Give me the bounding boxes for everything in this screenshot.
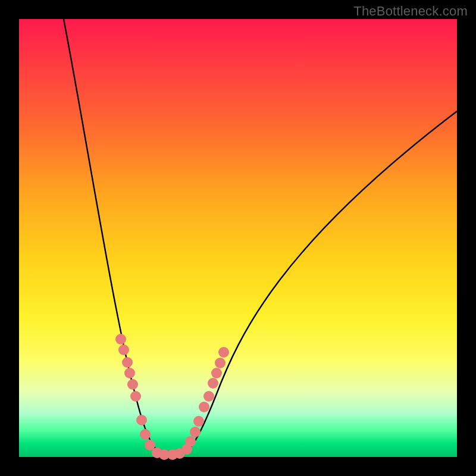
data-marker xyxy=(122,357,133,368)
data-marker xyxy=(193,416,204,427)
bottleneck-curve xyxy=(64,19,457,456)
data-marker xyxy=(208,378,218,389)
data-marker xyxy=(124,368,135,378)
data-marker xyxy=(185,436,196,447)
data-marker xyxy=(211,368,222,378)
data-marker xyxy=(136,415,147,425)
data-marker xyxy=(140,429,151,440)
data-marker xyxy=(130,391,141,402)
data-marker xyxy=(215,358,226,368)
marker-group xyxy=(115,334,229,460)
watermark-text: TheBottleneck.com xyxy=(353,4,468,19)
data-marker xyxy=(199,402,209,412)
data-marker xyxy=(118,345,129,355)
curve-layer xyxy=(19,19,457,457)
data-marker xyxy=(203,391,214,402)
data-marker xyxy=(190,427,201,437)
data-marker xyxy=(127,379,138,390)
outer-frame: TheBottleneck.com xyxy=(0,0,476,476)
data-marker xyxy=(218,347,229,358)
data-marker xyxy=(115,334,126,345)
